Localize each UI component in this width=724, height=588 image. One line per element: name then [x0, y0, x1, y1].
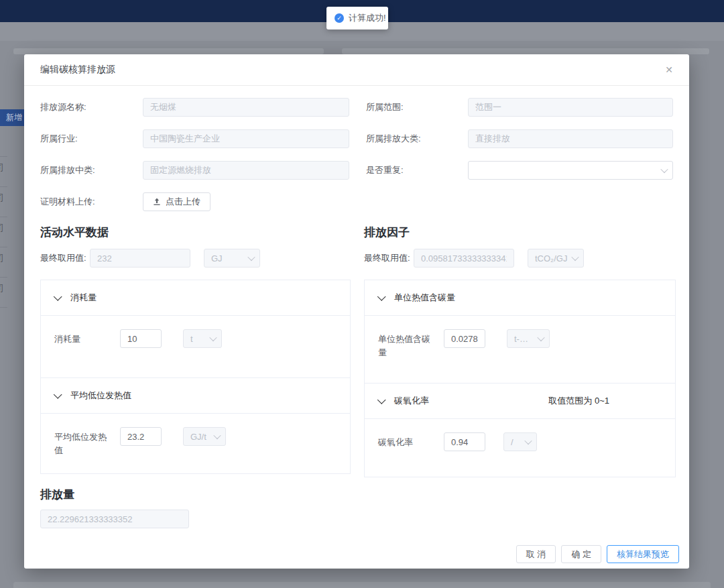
table-row-divider	[0, 307, 7, 308]
factor-section-title: 排放因子	[364, 225, 676, 240]
oxidation-rate-label: 碳氧化率	[378, 432, 437, 449]
preview-result-button[interactable]: 核算结果预览	[607, 545, 679, 563]
consumption-panel-content: 消耗量 t	[41, 315, 350, 377]
chevron-down-icon	[247, 253, 255, 261]
oxidation-rate-input[interactable]	[444, 432, 485, 451]
oxidation-rate-panel-header[interactable]: 碳氧化率 取值范围为 0~1	[365, 383, 675, 418]
activity-final-input[interactable]	[90, 249, 190, 268]
carbon-content-input[interactable]	[444, 329, 485, 348]
dialog-footer: 取 消 确 定 核算结果预览	[516, 545, 679, 563]
upload-icon	[153, 198, 161, 206]
source-name-label: 排放源名称:	[40, 101, 143, 113]
table-row-fragment: 司	[0, 162, 9, 174]
activity-final-label: 最终取用值:	[40, 252, 90, 264]
oxidation-rate-range-note: 取值范围为 0~1	[548, 395, 609, 407]
factor-final-row: 最终取用值: tCO₂/GJ	[364, 249, 676, 268]
consumption-panel-title: 消耗量	[70, 292, 97, 304]
dialog-body: 排放源名称: 所属范围: 所属行业: 所属排放大类: 所属排放中类: 是否重复:	[24, 86, 689, 528]
chevron-down-icon	[377, 396, 386, 404]
chevron-down-icon	[537, 334, 544, 341]
form-row: 所属排放中类: 是否重复:	[40, 161, 673, 180]
upload-button-label: 点击上传	[166, 196, 200, 208]
chevron-down-icon	[377, 292, 386, 301]
background-card-right	[342, 48, 709, 54]
heat-value-unit-value: GJ/t	[190, 432, 210, 442]
dialog-edit-emission-source: 编辑碳核算排放源 排放源名称: 所属范围: 所属行业: 所属排放大类: 所属排放…	[24, 54, 689, 569]
major-category-label: 所属排放大类:	[366, 133, 468, 145]
factor-unit-value: tCO₂/GJ	[535, 253, 568, 263]
heat-value-label: 平均低位发热值	[54, 427, 113, 457]
heat-value-panel-content: 平均低位发热值 GJ/t	[41, 413, 350, 473]
form-row: 排放源名称: 所属范围:	[40, 98, 673, 117]
heat-value-unit-select[interactable]: GJ/t	[183, 427, 226, 446]
table-row-divider	[0, 217, 7, 217]
factor-unit-select[interactable]: tCO₂/GJ	[528, 249, 584, 268]
middle-category-label: 所属排放中类:	[40, 164, 143, 176]
chevron-down-icon	[524, 437, 532, 445]
carbon-content-panel-header[interactable]: 单位热值含碳量	[365, 280, 675, 315]
upload-label: 证明材料上传:	[40, 196, 143, 208]
dialog-header: 编辑碳核算排放源	[24, 54, 689, 86]
activity-final-row: 最终取用值: GJ	[40, 249, 351, 268]
add-button[interactable]: 新增	[0, 109, 24, 126]
form-row: 所属行业: 所属排放大类:	[40, 129, 673, 148]
consumption-panel-header[interactable]: 消耗量	[41, 280, 350, 315]
screen: 新增 司 司 司 司 司 计算成功! 编辑碳核算排放源 排放源名称: 所属范围:	[0, 0, 724, 588]
middle-category-input[interactable]	[143, 161, 349, 180]
consumption-unit-select[interactable]: t	[183, 329, 222, 348]
table-row-fragment: 司	[0, 192, 9, 204]
table-row-divider	[0, 186, 7, 187]
consumption-label: 消耗量	[54, 329, 113, 346]
close-icon[interactable]	[665, 65, 673, 74]
confirm-button[interactable]: 确 定	[561, 545, 601, 563]
table-row-fragment: 司	[0, 252, 9, 264]
table-row-divider	[0, 277, 7, 278]
check-circle-icon	[335, 13, 344, 23]
cancel-button[interactable]: 取 消	[516, 545, 556, 563]
toast-success: 计算成功!	[326, 7, 388, 30]
oxidation-rate-panel-title: 碳氧化率	[394, 395, 429, 407]
heat-value-panel-header[interactable]: 平均低位发热值	[41, 377, 350, 413]
heat-value-panel-title: 平均低位发热值	[70, 390, 131, 402]
is-duplicate-label: 是否重复:	[366, 164, 468, 176]
emission-amount-input[interactable]	[40, 510, 189, 528]
table-row-divider	[0, 156, 7, 157]
industry-label: 所属行业:	[40, 133, 143, 145]
is-duplicate-select[interactable]	[468, 161, 673, 180]
carbon-content-label: 单位热值含碳量	[378, 329, 437, 359]
background-card-left	[13, 48, 324, 54]
section-activity-data: 活动水平数据 最终取用值: GJ 消耗量	[40, 225, 351, 477]
emission-section-title: 排放量	[40, 487, 673, 502]
table-row-divider	[0, 247, 7, 247]
scope-input[interactable]	[468, 98, 673, 117]
oxidation-rate-unit-value: /	[511, 437, 522, 447]
chevron-down-icon	[209, 334, 217, 341]
carbon-content-unit-select[interactable]: t-C/...	[507, 329, 550, 348]
consumption-input[interactable]	[120, 329, 162, 348]
background-card-bottom	[13, 582, 711, 588]
scope-label: 所属范围:	[366, 101, 468, 113]
carbon-content-unit-value: t-C/...	[514, 334, 534, 344]
heat-value-input[interactable]	[120, 427, 162, 446]
upload-button[interactable]: 点击上传	[143, 192, 210, 211]
activity-collapse: 消耗量 消耗量 t	[40, 280, 351, 474]
chevron-down-icon	[213, 432, 221, 439]
table-row-fragment: 司	[0, 222, 9, 234]
chevron-down-icon	[54, 390, 62, 399]
form-row: 证明材料上传: 点击上传	[40, 192, 673, 211]
industry-input[interactable]	[143, 129, 349, 148]
consumption-unit-value: t	[190, 334, 206, 344]
carbon-content-panel-title: 单位热值含碳量	[394, 292, 455, 304]
chevron-down-icon	[54, 292, 62, 301]
activity-unit-value: GJ	[211, 253, 245, 263]
source-name-input[interactable]	[143, 98, 349, 117]
section-emission-factor: 排放因子 最终取用值: tCO₂/GJ 单位热值含碳量	[364, 225, 676, 477]
chevron-down-icon	[660, 166, 668, 173]
data-sections: 活动水平数据 最终取用值: GJ 消耗量	[40, 225, 673, 477]
carbon-content-panel-content: 单位热值含碳量 t-C/...	[365, 315, 675, 383]
chevron-down-icon	[571, 253, 579, 261]
oxidation-rate-unit-select[interactable]: /	[503, 432, 537, 451]
activity-unit-select[interactable]: GJ	[204, 249, 260, 268]
major-category-input[interactable]	[468, 129, 673, 148]
factor-final-input[interactable]	[414, 249, 514, 268]
